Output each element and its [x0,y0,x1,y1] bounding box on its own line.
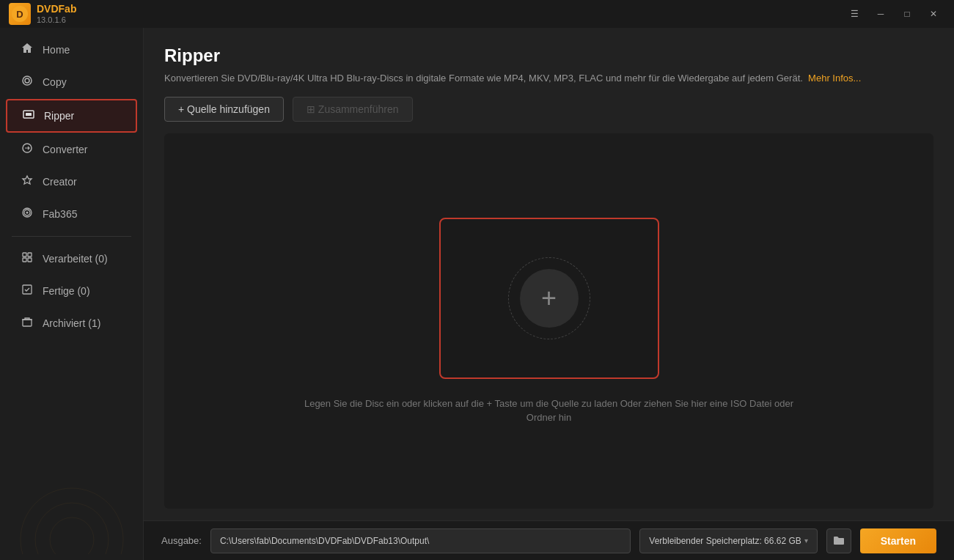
sidebar-label-fab365: Fab365 [43,208,77,220]
sidebar-label-copy: Copy [43,76,67,88]
page-title: Ripper [164,45,933,66]
fertige-icon [21,284,34,298]
svg-rect-11 [23,258,26,262]
app-logo: D [9,3,31,25]
start-button[interactable]: Starten [860,528,936,553]
output-label: Ausgabe: [161,535,202,546]
fab365-icon [21,207,34,221]
drop-zone[interactable]: + Legen Sie die Disc ein oder klicken au… [164,133,933,509]
svg-text:D: D [16,9,23,20]
minimize-button[interactable]: ─ [869,6,892,22]
toolbar: + Quelle hinzufügen ⊞ Zusammenführen [144,97,954,133]
sidebar-item-ripper[interactable]: Ripper [6,99,137,133]
svg-point-2 [23,76,32,85]
maximize-button[interactable]: □ [895,6,919,22]
sidebar-label-home: Home [43,44,70,56]
sidebar-label-fertige: Fertige (0) [43,285,90,297]
sidebar-item-home[interactable]: Home [6,34,137,65]
svg-rect-10 [28,253,32,257]
sidebar-label-converter: Converter [43,144,87,155]
app-name: DVDFab [37,3,76,15]
page-description: Konvertieren Sie DVD/Blu-ray/4K Ultra HD… [164,72,933,85]
svg-point-16 [35,503,109,554]
folder-icon [832,534,845,548]
storage-info[interactable]: Verbleibender Speicherplatz: 66.62 GB ▾ [639,528,817,553]
sidebar-item-fab365[interactable]: Fab365 [6,199,137,229]
bottom-bar: Ausgabe: C:\Users\fab\Documents\DVDFab\D… [144,520,954,560]
sidebar-item-verarbeitet[interactable]: Verarbeitet (0) [6,243,137,274]
svg-point-8 [26,212,29,214]
main-layout: Home Copy Ripper Converter Creator [0,28,954,560]
add-source-box[interactable]: + [439,218,659,379]
drop-zone-inner: + Legen Sie die Disc ein oder klicken au… [293,218,806,425]
svg-point-3 [25,78,29,83]
ripper-icon [22,108,35,123]
creator-icon [21,174,34,189]
app-version: 13.0.1.6 [37,15,76,25]
sidebar-label-ripper: Ripper [44,110,74,122]
svg-rect-14 [23,320,32,326]
sidebar-item-copy[interactable]: Copy [6,67,137,97]
svg-rect-5 [26,113,32,116]
titlebar: D DVDFab 13.0.1.6 ☰ ─ □ ✕ [0,0,954,28]
menu-button[interactable]: ☰ [843,6,866,22]
add-plus-button[interactable]: + [520,269,579,328]
add-source-button[interactable]: + Quelle hinzufügen [164,97,284,122]
sidebar-divider [12,236,131,237]
svg-rect-9 [23,253,26,257]
sidebar-label-archiviert: Archiviert (1) [43,317,100,329]
add-source-inner: + [520,269,579,328]
folder-button[interactable] [826,528,851,553]
sidebar: Home Copy Ripper Converter Creator [0,28,144,560]
content-area: Ripper Konvertieren Sie DVD/Blu-ray/4K U… [144,28,954,560]
close-button[interactable]: ✕ [922,6,945,22]
sidebar-label-verarbeitet: Verarbeitet (0) [43,253,108,265]
svg-point-17 [50,517,94,554]
converter-icon [21,142,34,157]
copy-icon [21,75,34,89]
more-info-link[interactable]: Mehr Infos... [808,73,861,84]
archiviert-icon [21,316,34,331]
merge-button[interactable]: ⊞ Zusammenführen [293,97,413,122]
home-icon [21,43,34,57]
sidebar-item-converter[interactable]: Converter [6,134,137,165]
drop-hint: Legen Sie die Disc ein oder klicken auf … [293,397,806,425]
storage-chevron-icon: ▾ [804,537,808,545]
sidebar-item-creator[interactable]: Creator [6,166,137,197]
svg-rect-13 [23,285,32,294]
sidebar-label-creator: Creator [43,176,77,188]
plus-icon: + [541,285,557,312]
output-path[interactable]: C:\Users\fab\Documents\DVDFab\DVDFab13\O… [210,528,631,553]
titlebar-left: D DVDFab 13.0.1.6 [9,3,76,25]
sidebar-art [0,339,143,554]
verarbeitet-icon [21,251,34,266]
sidebar-item-archiviert[interactable]: Archiviert (1) [6,308,137,339]
svg-rect-12 [28,258,32,262]
svg-marker-7 [23,176,32,184]
sidebar-item-fertige[interactable]: Fertige (0) [6,276,137,306]
titlebar-controls: ☰ ─ □ ✕ [843,6,945,22]
content-header: Ripper Konvertieren Sie DVD/Blu-ray/4K U… [144,28,954,97]
drop-zone-container: + Legen Sie die Disc ein oder klicken au… [144,133,954,520]
svg-point-15 [21,488,123,554]
